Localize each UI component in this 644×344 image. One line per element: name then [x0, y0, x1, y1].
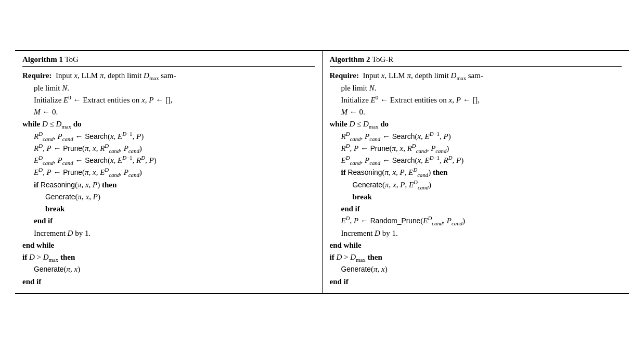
alg1-increment: Increment D by 1.	[22, 227, 315, 239]
alg1-prune1: RD, P ← Prune(π, x, RDcand, Pcand)	[22, 143, 315, 155]
alg1-generate2: Generate(π, x)	[22, 263, 315, 275]
alg2-increment: Increment D by 1.	[330, 227, 622, 239]
alg2-require2: ple limit N.	[330, 82, 622, 94]
algorithm2-title: Algorithm 2 ToG-R	[330, 55, 622, 67]
alg2-search1: RDcand, Pcand ← Search(x, ED−1, P)	[330, 131, 622, 143]
alg1-search2: EDcand, Pcand ← Search(x, ED−1, RD, P)	[22, 155, 315, 167]
algorithm2-title-bold: Algorithm 2	[330, 55, 370, 63]
alg2-generate-inner: Generate(π, x, P, EDcand)	[330, 179, 622, 191]
algorithm2-box: Algorithm 2 ToG-R Require: Input x, LLM …	[323, 51, 629, 293]
alg1-require2: ple limit N.	[22, 82, 315, 94]
alg2-endwhile: end while	[330, 239, 622, 251]
alg2-random-prune: ED, P ← Random_Prune(EDcand, Pcand)	[330, 215, 622, 227]
alg1-if2: if D > Dmax then	[22, 251, 315, 263]
alg2-require: Require: Input x, LLM π, depth limit Dma…	[330, 70, 622, 82]
alg2-init1: Initialize E0 ← Extract entities on x, P…	[330, 94, 622, 106]
alg1-generate: Generate(π, x, P)	[22, 191, 315, 203]
alg2-search2: EDcand, Pcand ← Search(x, ED−1, RD, P)	[330, 155, 622, 167]
alg1-endwhile: end while	[22, 239, 315, 251]
algorithm1-title-normal: ToG	[63, 55, 79, 63]
alg1-search1: RDcand, Pcand ← Search(x, ED−1, P)	[22, 131, 315, 143]
algorithms-container: Algorithm 1 ToG Require: Input x, LLM π,…	[15, 50, 629, 294]
algorithm2-title-normal: ToG-R	[370, 55, 393, 63]
alg2-while: while D ≤ Dmax do	[330, 118, 622, 130]
alg1-while: while D ≤ Dmax do	[22, 118, 315, 130]
alg2-if-reasoning: if Reasoning(π, x, P, EDcand) then	[330, 167, 622, 179]
alg1-init1: Initialize E0 ← Extract entities on x, P…	[22, 94, 315, 106]
alg2-generate2: Generate(π, x)	[330, 263, 622, 275]
alg1-endif: end if	[22, 215, 315, 227]
alg1-break: break	[22, 203, 315, 215]
alg2-endif2: end if	[330, 276, 622, 288]
alg1-endif2: end if	[22, 276, 315, 288]
alg2-prune1: RD, P ← Prune(π, x, RDcand, Pcand)	[330, 143, 622, 155]
algorithm1-title-bold: Algorithm 1	[22, 55, 63, 63]
alg1-require: Require: Input x, LLM π, depth limit Dma…	[22, 70, 315, 82]
algorithm1-title: Algorithm 1 ToG	[22, 55, 315, 67]
alg1-prune2: ED, P ← Prune(π, x, EDcand, Pcand)	[22, 167, 315, 179]
alg2-endif-inner: end if	[330, 203, 622, 215]
alg1-init2: M ← 0.	[22, 106, 315, 118]
alg2-break: break	[330, 191, 622, 203]
algorithm1-box: Algorithm 1 ToG Require: Input x, LLM π,…	[15, 51, 323, 293]
alg2-init2: M ← 0.	[330, 106, 622, 118]
alg2-if2: if D > Dmax then	[330, 251, 622, 263]
alg1-if: if Reasoning(π, x, P) then	[22, 179, 315, 191]
